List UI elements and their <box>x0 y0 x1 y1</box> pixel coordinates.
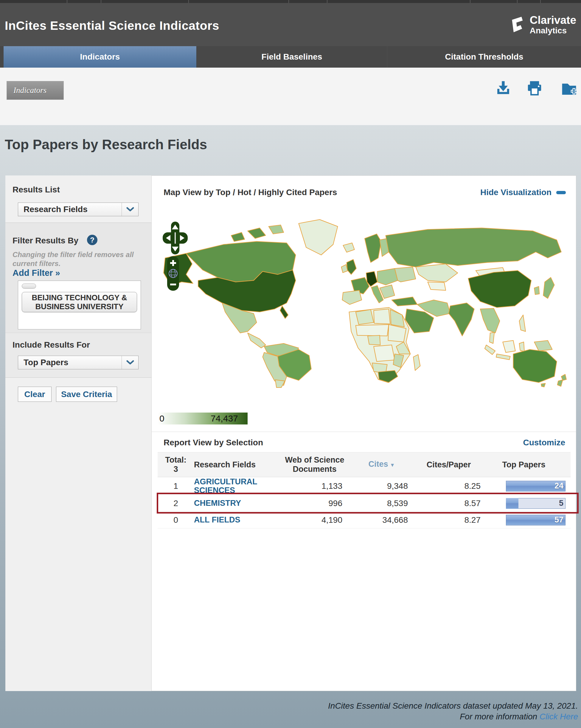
results-list-select[interactable]: Research Fields <box>18 203 138 216</box>
table-row-highlighted: 2 CHEMISTRY 996 8,539 8.57 5 <box>158 495 571 512</box>
column-cites-sorted[interactable]: Cites▼ <box>349 460 414 470</box>
include-results-label: Include Results For <box>12 340 90 350</box>
tab-citation-thresholds-label: Citation Thresholds <box>445 52 524 62</box>
logo-line2: Analytics <box>530 26 576 35</box>
filters-sidebar: Results List Research Fields Filter Resu… <box>5 176 151 691</box>
tab-field-baselines[interactable]: Field Baselines <box>196 46 387 68</box>
map-view-title: Map View by Top / Hot / Highly Cited Pap… <box>163 188 337 197</box>
column-cites-per-paper[interactable]: Cites/Paper <box>414 460 483 469</box>
results-list-label: Results List <box>12 185 60 194</box>
chevron-down-icon <box>122 356 138 369</box>
row-cites: 34,668 <box>349 515 414 525</box>
map-pan-control[interactable] <box>163 222 188 254</box>
primary-tabbar: Indicators Field Baselines Citation Thre… <box>0 46 581 68</box>
top-papers-bar: 5 <box>506 498 565 509</box>
help-icon[interactable]: ? <box>87 235 97 245</box>
help-glyph: ? <box>90 236 95 244</box>
map-legend: 0 74,437 <box>158 413 248 424</box>
cites-label: Cites <box>369 460 388 469</box>
filter-note-line2: current filters. <box>12 259 60 268</box>
bar-value: 24 <box>554 482 563 491</box>
download-icon[interactable] <box>495 80 511 97</box>
include-results-section: Include Results For Top Papers <box>5 333 151 378</box>
filter-section: Filter Results By ? Changing the filter … <box>5 223 151 333</box>
world-map-svg <box>158 209 572 394</box>
column-research-fields[interactable]: Research Fields <box>194 460 280 469</box>
row-wos: 4,190 <box>280 515 349 525</box>
window-top-strip <box>0 0 581 3</box>
app-title: InCites Essential Science Indicators <box>5 19 219 33</box>
total-label: Total: <box>165 456 186 464</box>
column-top-papers[interactable]: Top Papers <box>483 460 564 469</box>
row-wos: 996 <box>280 499 349 508</box>
field-link-chemistry[interactable]: CHEMISTRY <box>194 499 280 508</box>
filter-item-button[interactable]: BEIJING TECHNOLOGY & BUSINESS UNIVERSITY <box>22 292 137 312</box>
row-cites-paper: 8.57 <box>414 499 483 508</box>
map-zoom-control[interactable] <box>167 256 179 291</box>
clear-button-label: Clear <box>24 390 45 399</box>
row-cites: 8,539 <box>349 499 414 508</box>
tab-citation-thresholds[interactable]: Citation Thresholds <box>387 46 581 68</box>
legend-min: 0 <box>159 413 165 423</box>
logo-line1: Clarivate <box>530 14 576 26</box>
world-choropleth-map[interactable] <box>158 209 572 394</box>
total-value: 3 <box>173 465 178 474</box>
section-divider <box>152 432 576 432</box>
filter-heading: Filter Results By <box>12 236 78 245</box>
save-criteria-button[interactable]: Save Criteria <box>56 387 117 402</box>
table-header-row: Total: 3 Research Fields Web of Science … <box>158 452 571 477</box>
hide-visualization-label: Hide Visualization <box>480 188 552 197</box>
field-link-all-fields[interactable]: ALL FIELDS <box>194 516 280 524</box>
row-cites-paper: 8.27 <box>414 515 483 525</box>
more-info-text: For more information <box>460 712 539 721</box>
save-criteria-label: Save Criteria <box>61 390 112 399</box>
esi-application-window: InCites Essential Science Indicators Cla… <box>0 0 581 728</box>
filter-note-line1: Changing the filter field removes all <box>12 250 134 259</box>
tab-indicators-label: Indicators <box>80 52 120 62</box>
total-count: Total: 3 <box>158 456 194 474</box>
sidebar-actions-section: Clear Save Criteria <box>5 378 151 691</box>
breadcrumb-label: Indicators <box>14 86 47 95</box>
clarivate-logo-icon <box>509 16 527 33</box>
print-icon[interactable] <box>526 80 543 97</box>
row-rank: 0 <box>158 515 194 525</box>
clarivate-logo: Clarivate Analytics <box>509 14 576 35</box>
folder-add-icon[interactable] <box>561 80 577 97</box>
table-row: 1 AGRICULTURAL SCIENCES 1,133 9,348 8.25… <box>158 477 571 495</box>
active-filter-box: BEIJING TECHNOLOGY & BUSINESS UNIVERSITY <box>18 281 141 330</box>
results-list-value: Research Fields <box>18 205 122 214</box>
customize-link[interactable]: Customize <box>523 438 565 447</box>
row-rank: 2 <box>158 499 194 508</box>
table-row: 0 ALL FIELDS 4,190 34,668 8.27 57 <box>158 512 571 528</box>
dataset-updated-text: InCites Essential Science Indicators dat… <box>328 701 578 711</box>
legend-max: 74,437 <box>211 413 238 423</box>
clear-button[interactable]: Clear <box>18 387 52 402</box>
click-here-link[interactable]: Click Here <box>539 712 578 721</box>
app-header: InCites Essential Science Indicators Cla… <box>0 3 581 46</box>
field-link-agricultural-sciences[interactable]: AGRICULTURAL SCIENCES <box>194 477 280 495</box>
column-wos-documents[interactable]: Web of Science Documents <box>280 456 349 474</box>
row-cites-paper: 8.25 <box>414 482 483 491</box>
report-view-title: Report View by Selection <box>163 438 263 447</box>
sort-desc-icon: ▼ <box>390 462 395 468</box>
bar-value: 57 <box>554 515 563 524</box>
report-table: Total: 3 Research Fields Web of Science … <box>158 452 571 528</box>
add-filter-link[interactable]: Add Filter » <box>12 268 60 278</box>
page-title: Top Papers by Research Fields <box>5 136 207 153</box>
hide-visualization-link[interactable]: Hide Visualization <box>480 188 566 197</box>
bar-value: 5 <box>559 499 563 508</box>
chevron-down-icon <box>122 203 138 216</box>
minus-icon <box>556 191 566 194</box>
row-rank: 1 <box>158 482 194 491</box>
include-results-select[interactable]: Top Papers <box>18 356 138 369</box>
breadcrumb[interactable]: Indicators <box>6 81 64 100</box>
tab-indicators[interactable]: Indicators <box>4 46 196 68</box>
include-results-value: Top Papers <box>18 358 122 367</box>
filter-handle[interactable] <box>22 284 36 289</box>
top-papers-bar: 57 <box>506 515 565 525</box>
top-papers-bar: 24 <box>506 481 565 492</box>
row-wos: 1,133 <box>280 482 349 491</box>
row-cites: 9,348 <box>349 482 414 491</box>
toolbar-band: Indicators <box>0 68 581 125</box>
tab-field-baselines-label: Field Baselines <box>261 52 322 62</box>
